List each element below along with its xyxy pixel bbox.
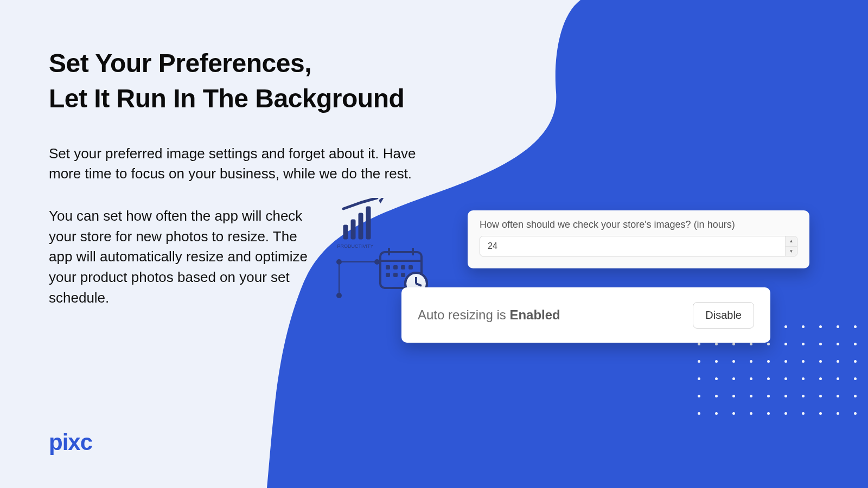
auto-resize-status-value: Enabled bbox=[509, 307, 560, 322]
auto-resize-status: Auto resizing is Enabled bbox=[418, 307, 560, 323]
headline-line-1: Set Your Preferences, bbox=[49, 49, 311, 78]
auto-resize-card: Auto resizing is Enabled Disable bbox=[401, 287, 770, 343]
check-interval-label: How often should we check your store's i… bbox=[480, 219, 797, 230]
svg-rect-2 bbox=[359, 213, 363, 239]
disable-button[interactable]: Disable bbox=[693, 302, 754, 329]
stepper-up-icon[interactable]: ▲ bbox=[786, 236, 797, 247]
stepper-down-icon[interactable]: ▼ bbox=[786, 247, 797, 256]
svg-rect-0 bbox=[343, 225, 348, 239]
svg-rect-12 bbox=[393, 265, 398, 269]
svg-rect-13 bbox=[401, 265, 405, 269]
page-headline: Set Your Preferences, Let It Run In The … bbox=[49, 46, 461, 117]
svg-rect-17 bbox=[401, 273, 405, 277]
illustration-caption: PRODUCTIVITY bbox=[337, 243, 373, 249]
svg-rect-14 bbox=[409, 265, 413, 269]
svg-rect-16 bbox=[393, 273, 398, 277]
headline-line-2: Let It Run In The Background bbox=[49, 84, 404, 113]
svg-rect-11 bbox=[386, 265, 390, 269]
svg-point-6 bbox=[375, 260, 379, 264]
stepper-buttons: ▲ ▼ bbox=[785, 236, 797, 256]
check-interval-value[interactable]: 24 bbox=[480, 236, 785, 256]
brand-logo: pixc bbox=[49, 429, 92, 455]
check-interval-card: How often should we check your store's i… bbox=[468, 210, 809, 268]
svg-rect-1 bbox=[351, 220, 355, 239]
intro-paragraph-1: Set your preferred image settings and fo… bbox=[49, 144, 429, 184]
svg-rect-15 bbox=[386, 273, 390, 277]
svg-point-5 bbox=[337, 293, 341, 298]
svg-rect-3 bbox=[366, 207, 371, 239]
auto-resize-status-prefix: Auto resizing is bbox=[418, 307, 509, 322]
check-interval-input[interactable]: 24 ▲ ▼ bbox=[480, 236, 797, 256]
intro-paragraph-2: You can set how often the app will check… bbox=[49, 206, 315, 308]
